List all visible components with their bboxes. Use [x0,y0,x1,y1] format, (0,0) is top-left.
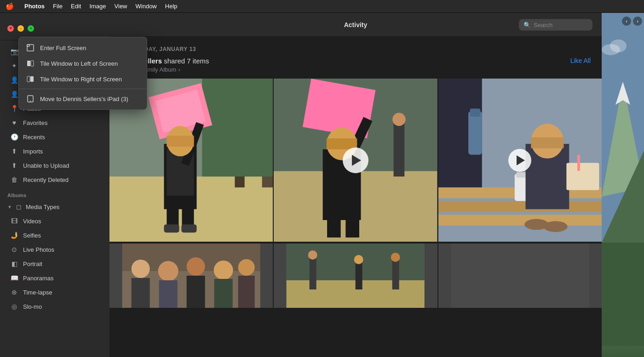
nav-left-button[interactable]: ‹ [622,17,631,26]
favorites-icon: ♥ [10,119,18,127]
sidebar-item-recently-deleted[interactable]: 🗑 Recently Deleted [3,173,107,187]
svg-rect-43 [566,163,599,190]
svg-rect-70 [602,243,644,346]
context-menu-item-fullscreen[interactable]: Enter Full Screen [19,40,147,56]
svg-rect-40 [531,137,564,148]
svg-rect-32 [470,108,480,117]
sidebar-item-time-lapse[interactable]: ⊛ Time-lapse [3,285,107,299]
sidebar-label-time-lapse: Time-lapse [23,289,52,296]
menu-photos[interactable]: Photos [24,3,45,10]
photo-cell-3[interactable] [438,79,602,242]
svg-point-51 [238,259,255,276]
context-menu-divider [19,89,147,89]
traffic-lights: ✕ – + [7,25,34,32]
sidebar-item-selfies[interactable]: 🤳 Selfies [3,228,107,242]
svg-rect-16 [181,224,196,232]
svg-point-48 [158,261,178,281]
play-icon-2 [352,155,361,166]
context-menu-item-move-ipad[interactable]: Move to Dennis Sellers's iPad (3) [19,91,147,107]
svg-rect-20 [394,122,405,176]
apple-menu[interactable]: 🍎 [6,2,14,11]
svg-point-65 [391,253,400,262]
play-button-2[interactable] [343,147,368,173]
svg-point-63 [354,255,363,264]
sidebar-item-imports[interactable]: ⬆ Imports [3,144,107,158]
library-icon: 📷 [10,47,18,56]
thumb-cell-1[interactable] [109,244,273,308]
nav-right-button[interactable]: › [633,17,642,26]
svg-point-21 [393,113,406,126]
context-menu-label-tile-right: Tile Window to Right of Screen [40,76,122,83]
menubar: 🍎 Photos File Edit Image View Window Hel… [0,0,644,13]
maximize-button[interactable]: + [28,25,34,32]
shared-by-text: shared 7 items [164,57,209,65]
svg-point-81 [30,101,31,102]
sidebar-label-videos: Videos [23,218,41,225]
menu-file[interactable]: File [53,3,63,10]
svg-rect-64 [392,260,399,289]
sidebar-label-imports: Imports [23,148,43,155]
chevron-right-icon: › [178,66,180,73]
media-types-icon: ◻ [15,203,23,211]
menu-edit[interactable]: Edit [71,3,81,10]
play-button-3[interactable] [508,149,531,172]
context-menu-item-tile-right[interactable]: Tile Window to Right of Screen [19,71,147,87]
svg-rect-76 [27,61,30,66]
recently-deleted-icon: 🗑 [10,176,18,184]
videos-icon: 🎞 [10,217,18,225]
sidebar-label-recently-deleted: Recently Deleted [23,176,69,183]
svg-point-42 [543,221,567,232]
window-title: Activity [344,21,368,28]
svg-point-73 [610,40,627,52]
sidebar-item-videos[interactable]: 🎞 Videos [3,214,107,228]
sidebar-item-portrait[interactable]: ◧ Portrait [3,257,107,271]
sidebar-item-panoramas[interactable]: 📖 Panoramas [3,271,107,285]
chevron-down-icon: ▼ [7,204,12,210]
sidebar-label-live-photos: Live Photos [23,246,54,253]
minimize-button[interactable]: – [17,25,24,32]
sidebar-item-favorites[interactable]: ♥ Favorites [3,116,107,130]
photo-grid [109,79,602,243]
close-button[interactable]: ✕ [7,25,14,32]
unable-upload-icon: ⬆ [10,161,18,170]
search-input[interactable] [534,21,588,28]
places-icon: 📍 [10,104,18,113]
slo-mo-icon: ◎ [10,302,18,311]
menu-help[interactable]: Help [165,3,178,10]
like-all-button[interactable]: Like All [570,57,591,64]
content-area: YESTERDAY, JANUARY 13 Katie Sellers shar… [109,37,602,357]
live-photos-icon: ⊙ [10,245,18,254]
selfies-icon: 🤳 [10,231,18,239]
ipad-icon [26,95,34,103]
nav-arrows: ‹ › [622,17,642,26]
play-icon-3 [517,155,525,165]
media-types-group[interactable]: ▼ ◻ Media Types [0,200,109,214]
menu-view[interactable]: View [115,3,127,10]
sidebar-item-live-photos[interactable]: ⊙ Live Photos [3,243,107,256]
svg-rect-62 [356,262,362,289]
recents-icon: 🕐 [10,133,18,141]
sidebar-label-unable: Unable to Upload [23,162,69,169]
thumb-cell-3[interactable] [438,244,602,308]
sidebar-label-slo-mo: Slo-mo [23,303,42,310]
memories-icon: ✦ [10,62,18,70]
search-bar[interactable]: 🔍 [519,19,592,30]
svg-rect-27 [327,215,341,238]
right-panel: ‹ › [602,13,644,357]
sidebar-item-recents[interactable]: 🕐 Recents [3,130,107,144]
thumb-cell-2[interactable] [274,244,437,308]
svg-rect-55 [214,279,233,308]
context-menu-item-tile-left[interactable]: Tile Window to Left of Screen [19,56,147,71]
sidebar-item-slo-mo[interactable]: ◎ Slo-mo [3,300,107,313]
albums-section-label: Albums [0,187,109,200]
tile-left-icon [26,59,34,68]
menu-window[interactable]: Window [136,3,157,10]
svg-rect-12 [167,136,194,147]
photo-cell-2[interactable] [274,79,437,242]
sidebar-item-unable-to-upload[interactable]: ⬆ Unable to Upload [3,159,107,172]
menu-image[interactable]: Image [89,3,106,10]
media-types-label: Media Types [26,204,59,210]
svg-rect-60 [310,257,316,289]
svg-point-61 [308,250,317,260]
svg-rect-5 [202,79,273,176]
